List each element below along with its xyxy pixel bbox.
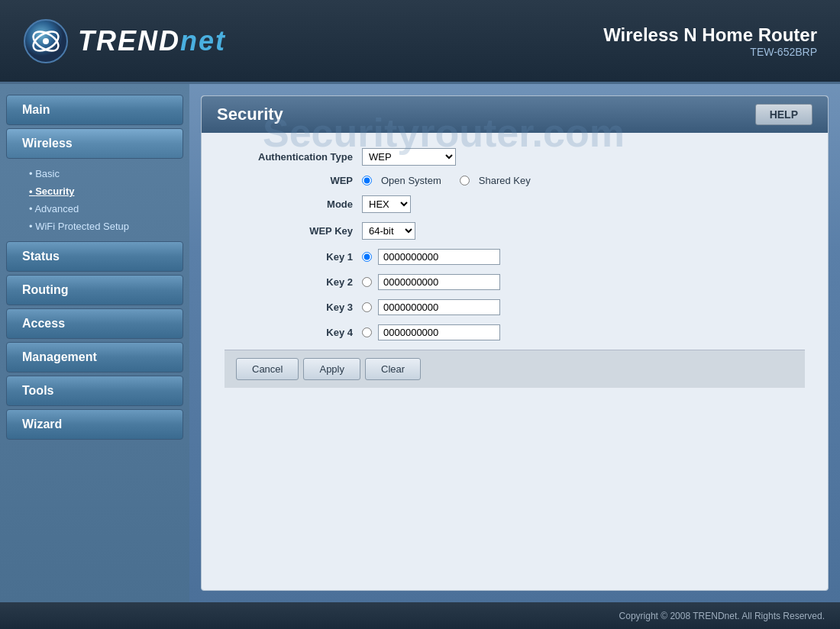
wep-key-label: WEP Key (225, 225, 362, 237)
header-right: Wireless N Home Router TEW-652BRP (603, 24, 817, 58)
open-system-label: Open System (381, 175, 441, 186)
sidebar-item-wireless[interactable]: Wireless (6, 128, 183, 159)
header: TRENDnet Wireless N Home Router TEW-652B… (0, 0, 840, 84)
logo-dnet: net (180, 25, 226, 56)
sidebar-item-tools[interactable]: Tools (6, 376, 183, 406)
subnav-security[interactable]: • Security (6, 182, 183, 200)
sidebar-item-wizard[interactable]: Wizard (6, 409, 183, 440)
action-buttons: Cancel Apply Clear (225, 350, 805, 388)
panel-title: Security (217, 105, 283, 124)
key1-input[interactable] (378, 249, 500, 265)
logo-area: TRENDnet (23, 18, 226, 64)
key2-label: Key 2 (225, 276, 362, 288)
sidebar: Main Wireless • Basic • Security • Advan… (0, 84, 189, 602)
wireless-subnav: • Basic • Security • Advanced • WiFi Pro… (6, 162, 183, 238)
sidebar-item-status[interactable]: Status (6, 241, 183, 272)
mode-select[interactable]: HEX ASCII (362, 195, 411, 213)
auth-type-select[interactable]: WEP WPA-Personal WPA2-Personal WPA-Enter… (362, 148, 456, 166)
product-model: TEW-652BRP (603, 46, 817, 58)
panel-header: Security HELP (202, 96, 828, 133)
sidebar-item-main[interactable]: Main (6, 95, 183, 125)
help-button[interactable]: HELP (755, 104, 813, 125)
key3-row: Key 3 (225, 299, 805, 315)
form-content: Securityrouter.com Authentication Type W… (202, 133, 828, 403)
wep-key-control: 64-bit 128-bit (362, 222, 415, 240)
subnav-advanced[interactable]: • Advanced (6, 200, 183, 218)
product-name: Wireless N Home Router (603, 24, 817, 46)
key3-input[interactable] (378, 299, 500, 315)
key2-input[interactable] (378, 274, 500, 290)
wep-row: WEP Open System Shared Key (225, 175, 805, 186)
svg-point-3 (43, 38, 49, 44)
key4-input[interactable] (378, 324, 500, 340)
clear-button[interactable]: Clear (365, 358, 421, 380)
key2-radio[interactable] (362, 277, 372, 287)
mode-row: Mode HEX ASCII (225, 195, 805, 213)
key4-label: Key 4 (225, 327, 362, 338)
key1-row: Key 1 (225, 249, 805, 265)
key4-radio[interactable] (362, 327, 372, 337)
content-panel: Security HELP Securityrouter.com Authent… (201, 95, 829, 591)
auth-type-row: Authentication Type WEP WPA-Personal WPA… (225, 148, 805, 166)
trendnet-logo-icon (23, 18, 69, 64)
key3-control (362, 299, 500, 315)
sidebar-item-routing[interactable]: Routing (6, 275, 183, 305)
cancel-button[interactable]: Cancel (236, 358, 299, 380)
key4-control (362, 324, 500, 340)
auth-type-control: WEP WPA-Personal WPA2-Personal WPA-Enter… (362, 148, 456, 166)
content-area: Security HELP Securityrouter.com Authent… (189, 84, 840, 602)
key4-row: Key 4 (225, 324, 805, 340)
key1-label: Key 1 (225, 251, 362, 263)
main-layout: Main Wireless • Basic • Security • Advan… (0, 84, 840, 602)
footer-copyright: Copyright © 2008 TRENDnet. All Rights Re… (619, 611, 825, 621)
sidebar-item-access[interactable]: Access (6, 308, 183, 339)
sidebar-item-management[interactable]: Management (6, 342, 183, 373)
key1-radio[interactable] (362, 252, 372, 262)
logo-text: TRENDnet (78, 25, 226, 57)
key2-row: Key 2 (225, 274, 805, 290)
subnav-wifi-setup[interactable]: • WiFi Protected Setup (6, 218, 183, 235)
wep-label: WEP (225, 175, 362, 186)
mode-label: Mode (225, 198, 362, 210)
footer: Copyright © 2008 TRENDnet. All Rights Re… (0, 602, 840, 629)
key2-control (362, 274, 500, 290)
logo-trend: TREND (78, 25, 180, 56)
mode-control: HEX ASCII (362, 195, 411, 213)
auth-type-label: Authentication Type (225, 151, 362, 163)
key3-radio[interactable] (362, 302, 372, 312)
open-system-radio[interactable] (362, 176, 372, 185)
shared-key-radio[interactable] (460, 176, 470, 185)
shared-key-label: Shared Key (479, 175, 531, 186)
wep-key-select[interactable]: 64-bit 128-bit (362, 222, 415, 240)
wep-control: Open System Shared Key (362, 175, 543, 186)
key3-label: Key 3 (225, 302, 362, 313)
apply-button[interactable]: Apply (303, 358, 360, 380)
key1-control (362, 249, 500, 265)
subnav-basic[interactable]: • Basic (6, 165, 183, 182)
wep-key-row: WEP Key 64-bit 128-bit (225, 222, 805, 240)
